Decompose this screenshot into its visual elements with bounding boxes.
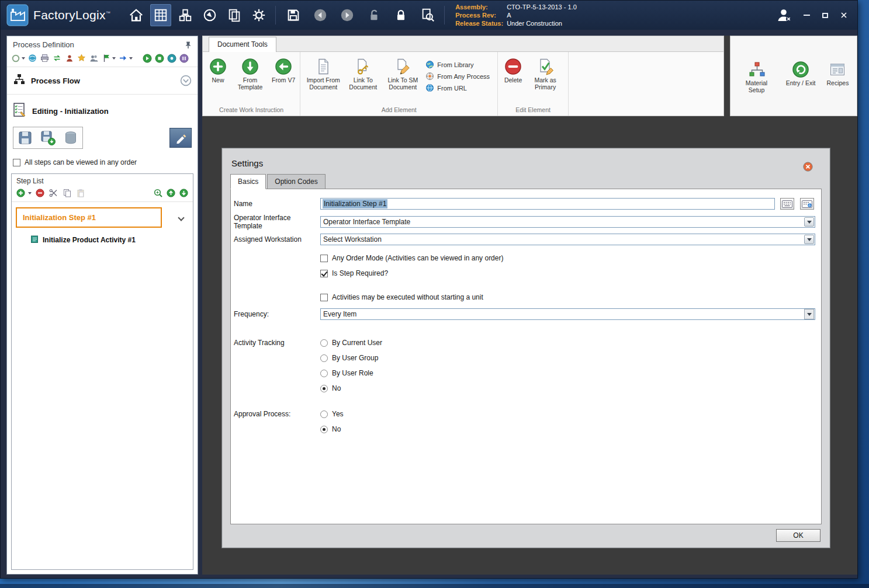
maximize-button[interactable] xyxy=(820,10,830,20)
radio-approval-yes[interactable]: Yes xyxy=(320,410,344,418)
translation-keyboard-button[interactable] xyxy=(800,198,814,210)
add-step-caret-icon[interactable] xyxy=(28,192,32,194)
user-icon[interactable] xyxy=(64,53,74,63)
collapse-circle-icon[interactable] xyxy=(180,75,192,86)
from-library-button[interactable]: From Library xyxy=(426,61,490,68)
import-from-document-button[interactable]: Import From Document xyxy=(303,55,343,92)
selected-step-item[interactable]: Initialization Step #1 xyxy=(16,207,162,228)
print-icon[interactable] xyxy=(40,53,50,63)
forward-icon[interactable] xyxy=(337,4,358,26)
activities-without-unit-checkbox[interactable] xyxy=(320,294,328,301)
any-order-mode-checkbox[interactable] xyxy=(320,255,328,262)
dropdown-caret-icon[interactable] xyxy=(129,57,133,60)
remove-step-icon[interactable] xyxy=(35,188,45,198)
from-url-button[interactable]: From URL xyxy=(426,84,490,92)
save-document-button[interactable] xyxy=(15,128,35,147)
chevron-down-icon[interactable] xyxy=(178,214,184,221)
home-icon[interactable] xyxy=(126,4,147,26)
close-button[interactable] xyxy=(839,10,849,20)
link-to-document-button[interactable]: Link To Document xyxy=(343,55,383,92)
radio-by-current-user[interactable]: By Current User xyxy=(320,339,382,347)
find-document-icon[interactable] xyxy=(417,4,438,26)
keyboard-button[interactable] xyxy=(780,198,794,210)
radio-activity-no[interactable]: No xyxy=(320,384,382,392)
from-v7-button[interactable]: From V7 xyxy=(270,55,297,85)
new-button[interactable]: New xyxy=(206,55,230,85)
tab-document-tools[interactable]: Document Tools xyxy=(209,37,276,52)
name-input[interactable]: Initialization Step #1 xyxy=(320,198,775,210)
play-icon[interactable] xyxy=(142,53,152,63)
all-steps-any-order-checkbox[interactable] xyxy=(13,159,20,166)
pause-icon[interactable] xyxy=(179,53,189,63)
star-icon[interactable] xyxy=(77,53,86,63)
import-document-button[interactable] xyxy=(38,128,58,147)
edit-mode-toggle-button[interactable] xyxy=(169,128,192,148)
dropdown-arrow-icon[interactable] xyxy=(804,217,814,227)
name-label: Name xyxy=(234,200,320,208)
web-icon[interactable] xyxy=(27,53,37,63)
production-icon[interactable] xyxy=(175,4,196,26)
dropdown-arrow-icon[interactable] xyxy=(804,309,814,319)
pin-icon[interactable] xyxy=(185,41,192,49)
user-logout-icon[interactable] xyxy=(775,6,793,24)
radio-icon[interactable] xyxy=(320,426,328,433)
from-template-button[interactable]: From Template xyxy=(230,55,270,92)
users-icon[interactable] xyxy=(89,53,99,63)
link-to-sm-document-button[interactable]: Link To SM Document xyxy=(383,55,423,92)
delete-button[interactable]: Delete xyxy=(501,55,525,85)
recipes-button[interactable]: Recipes xyxy=(825,58,851,88)
radio-icon[interactable] xyxy=(320,410,328,418)
dropdown-caret-icon[interactable] xyxy=(112,57,116,60)
new-label: New xyxy=(212,76,224,83)
copy-icon[interactable] xyxy=(62,188,72,198)
record-ring-icon[interactable] xyxy=(11,53,20,63)
dispatch-icon[interactable] xyxy=(199,4,220,26)
material-setup-button[interactable]: Material Setup xyxy=(737,58,777,95)
sync-icon[interactable] xyxy=(52,53,62,63)
process-flow-section[interactable]: Process Flow xyxy=(7,67,198,95)
is-step-required-checkbox[interactable] xyxy=(320,270,328,277)
process-definition-icon[interactable] xyxy=(150,4,171,26)
from-any-process-button[interactable]: From Any Process xyxy=(426,72,490,80)
reports-icon[interactable] xyxy=(224,4,245,26)
radio-icon[interactable] xyxy=(320,339,328,347)
radio-icon[interactable] xyxy=(320,370,328,377)
minimize-button[interactable] xyxy=(801,10,812,20)
radio-by-user-group[interactable]: By User Group xyxy=(320,354,382,362)
ok-button[interactable]: OK xyxy=(776,529,820,542)
operator-interface-template-combo[interactable]: Operator Interface Template xyxy=(320,216,815,228)
unlock-icon[interactable] xyxy=(363,4,385,26)
radio-approval-no[interactable]: No xyxy=(320,425,344,433)
zoom-icon[interactable] xyxy=(153,188,163,198)
dialog-close-icon[interactable] xyxy=(803,162,813,172)
cut-icon[interactable] xyxy=(49,188,58,198)
export-icon[interactable] xyxy=(118,53,128,63)
mark-as-primary-button[interactable]: Mark as Primary xyxy=(525,55,565,92)
lock-icon[interactable] xyxy=(390,4,411,26)
assigned-workstation-combo[interactable]: Select Workstation xyxy=(320,234,815,245)
stop-icon[interactable] xyxy=(154,53,164,63)
radio-by-user-role[interactable]: By User Role xyxy=(320,369,382,377)
paste-icon[interactable] xyxy=(75,188,85,198)
tab-option-codes[interactable]: Option Codes xyxy=(267,174,325,189)
entry-exit-button[interactable]: Entry / Exit xyxy=(784,58,818,88)
move-down-icon[interactable] xyxy=(179,188,189,198)
step-row[interactable]: Initialization Step #1 xyxy=(16,207,189,228)
save-icon[interactable] xyxy=(283,4,304,26)
dropdown-caret-icon[interactable] xyxy=(22,57,25,60)
record-icon[interactable] xyxy=(167,53,176,63)
activity-row[interactable]: Initialize Product Activity #1 xyxy=(12,228,193,245)
frequency-combo[interactable]: Every Item xyxy=(320,308,815,320)
radio-icon[interactable] xyxy=(320,354,328,362)
radio-label: By User Group xyxy=(332,354,378,362)
tab-basics[interactable]: Basics xyxy=(230,174,266,189)
titlebar: FactoryLogix™ xyxy=(1,1,857,30)
move-up-icon[interactable] xyxy=(166,188,176,198)
flag-icon[interactable] xyxy=(101,53,111,63)
delete-document-button[interactable] xyxy=(61,128,81,147)
add-step-icon[interactable] xyxy=(16,188,26,198)
radio-icon[interactable] xyxy=(320,385,328,392)
back-icon[interactable] xyxy=(310,4,331,26)
settings-gear-icon[interactable] xyxy=(248,4,269,26)
dropdown-arrow-icon[interactable] xyxy=(804,235,814,244)
